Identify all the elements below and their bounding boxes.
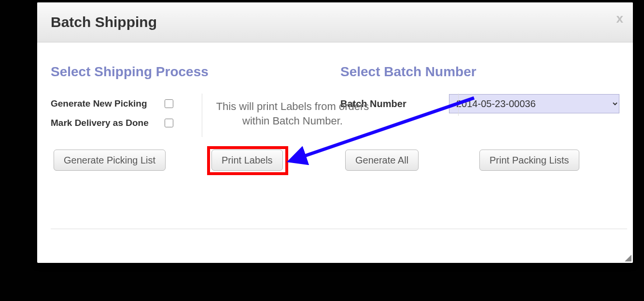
divider-vertical-left <box>202 94 202 137</box>
section-title-shipping-process: Select Shipping Process <box>51 64 321 80</box>
print-labels-button[interactable]: Print Labels <box>211 150 283 171</box>
section-title-batch-number: Select Batch Number <box>340 64 619 80</box>
option-label-generate-new-picking: Generate New Picking <box>51 98 163 109</box>
batch-number-row: Batch Number 2014-05-23-00036 <box>340 94 619 113</box>
divider-horizontal <box>51 229 627 229</box>
generate-all-button[interactable]: Generate All <box>345 150 419 171</box>
batch-shipping-modal: Batch Shipping x Select Shipping Process… <box>37 2 633 263</box>
close-icon[interactable]: x <box>616 11 623 26</box>
modal-title: Batch Shipping <box>51 14 157 30</box>
generate-picking-list-button[interactable]: Generate Picking List <box>54 150 166 171</box>
checkbox-generate-new-picking[interactable] <box>165 99 173 108</box>
modal-header: Batch Shipping x <box>37 2 633 42</box>
print-packing-lists-button[interactable]: Print Packing Lists <box>479 150 579 171</box>
checkbox-mark-delivery-done[interactable] <box>165 119 173 127</box>
print-labels-hint: This will print Labels from orders withi… <box>210 99 375 128</box>
option-label-mark-delivery-done: Mark Delivery as Done <box>51 118 163 128</box>
resize-handle-icon[interactable] <box>624 254 632 262</box>
modal-body: Select Shipping Process Generate New Pic… <box>37 42 633 243</box>
action-button-row: Generate Picking List Print Labels Gener… <box>51 150 619 174</box>
batch-number-select[interactable]: 2014-05-23-00036 <box>449 94 619 113</box>
divider-vertical-right <box>458 94 459 116</box>
